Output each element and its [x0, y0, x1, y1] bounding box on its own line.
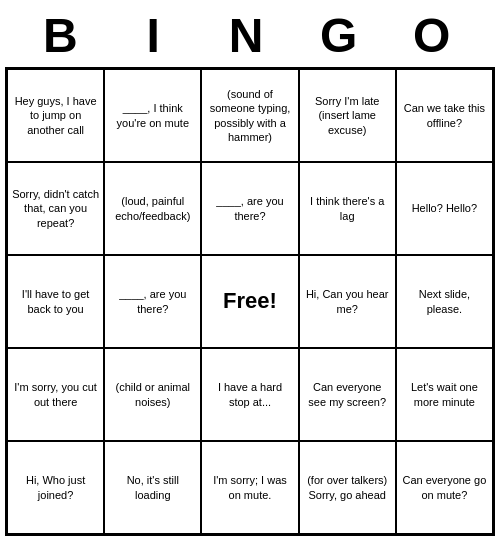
bingo-cell-r2c5[interactable]: Hello? Hello?	[396, 162, 493, 255]
bingo-cell-r3c3[interactable]: Free!	[201, 255, 298, 348]
cell-text-r1c4: Sorry I'm late (insert lame excuse)	[304, 94, 391, 137]
cell-text-r2c4: I think there's a lag	[304, 194, 391, 223]
cell-text-r2c1: Sorry, didn't catch that, can you repeat…	[12, 187, 99, 230]
title-b: B	[22, 8, 106, 63]
bingo-cell-r5c3[interactable]: I'm sorry; I was on mute.	[201, 441, 298, 534]
bingo-cell-r4c5[interactable]: Let's wait one more minute	[396, 348, 493, 441]
cell-text-r4c1: I'm sorry, you cut out there	[12, 380, 99, 409]
bingo-cell-r5c5[interactable]: Can everyone go on mute?	[396, 441, 493, 534]
title-n: N	[208, 8, 292, 63]
cell-text-r4c2: (child or animal noises)	[109, 380, 196, 409]
cell-text-r5c3: I'm sorry; I was on mute.	[206, 473, 293, 502]
bingo-cell-r4c4[interactable]: Can everyone see my screen?	[299, 348, 396, 441]
cell-text-r5c4: (for over talkers) Sorry, go ahead	[304, 473, 391, 502]
bingo-cell-r2c3[interactable]: ____, are you there?	[201, 162, 298, 255]
cell-text-r3c2: ____, are you there?	[109, 287, 196, 316]
bingo-cell-r4c1[interactable]: I'm sorry, you cut out there	[7, 348, 104, 441]
bingo-cell-r5c2[interactable]: No, it's still loading	[104, 441, 201, 534]
bingo-cell-r3c1[interactable]: I'll have to get back to you	[7, 255, 104, 348]
cell-text-r2c2: (loud, painful echo/feedback)	[109, 194, 196, 223]
bingo-cell-r2c4[interactable]: I think there's a lag	[299, 162, 396, 255]
bingo-cell-r2c2[interactable]: (loud, painful echo/feedback)	[104, 162, 201, 255]
cell-text-r4c3: I have a hard stop at...	[206, 380, 293, 409]
cell-text-r5c1: Hi, Who just joined?	[12, 473, 99, 502]
cell-text-r1c1: Hey guys, I have to jump on another call	[12, 94, 99, 137]
cell-text-r2c3: ____, are you there?	[206, 194, 293, 223]
bingo-title: B I N G O	[8, 8, 492, 63]
bingo-cell-r5c1[interactable]: Hi, Who just joined?	[7, 441, 104, 534]
cell-text-r4c4: Can everyone see my screen?	[304, 380, 391, 409]
bingo-cell-r2c1[interactable]: Sorry, didn't catch that, can you repeat…	[7, 162, 104, 255]
cell-text-r1c5: Can we take this offline?	[401, 101, 488, 130]
cell-text-r2c5: Hello? Hello?	[412, 201, 477, 215]
title-i: I	[115, 8, 199, 63]
cell-text-r5c5: Can everyone go on mute?	[401, 473, 488, 502]
bingo-cell-r5c4[interactable]: (for over talkers) Sorry, go ahead	[299, 441, 396, 534]
cell-text-r1c2: ____, I think you're on mute	[109, 101, 196, 130]
cell-text-r1c3: (sound of someone typing, possibly with …	[206, 87, 293, 144]
bingo-cell-r1c5[interactable]: Can we take this offline?	[396, 69, 493, 162]
bingo-cell-r4c2[interactable]: (child or animal noises)	[104, 348, 201, 441]
title-g: G	[301, 8, 385, 63]
title-o: O	[394, 8, 478, 63]
cell-text-r3c1: I'll have to get back to you	[12, 287, 99, 316]
bingo-grid: Hey guys, I have to jump on another call…	[5, 67, 495, 536]
bingo-cell-r4c3[interactable]: I have a hard stop at...	[201, 348, 298, 441]
cell-text-r3c5: Next slide, please.	[401, 287, 488, 316]
bingo-cell-r1c4[interactable]: Sorry I'm late (insert lame excuse)	[299, 69, 396, 162]
bingo-cell-r1c2[interactable]: ____, I think you're on mute	[104, 69, 201, 162]
bingo-cell-r3c4[interactable]: Hi, Can you hear me?	[299, 255, 396, 348]
cell-text-r3c3: Free!	[223, 287, 277, 316]
bingo-cell-r3c5[interactable]: Next slide, please.	[396, 255, 493, 348]
cell-text-r3c4: Hi, Can you hear me?	[304, 287, 391, 316]
bingo-cell-r1c1[interactable]: Hey guys, I have to jump on another call	[7, 69, 104, 162]
cell-text-r4c5: Let's wait one more minute	[401, 380, 488, 409]
cell-text-r5c2: No, it's still loading	[109, 473, 196, 502]
bingo-cell-r1c3[interactable]: (sound of someone typing, possibly with …	[201, 69, 298, 162]
bingo-cell-r3c2[interactable]: ____, are you there?	[104, 255, 201, 348]
